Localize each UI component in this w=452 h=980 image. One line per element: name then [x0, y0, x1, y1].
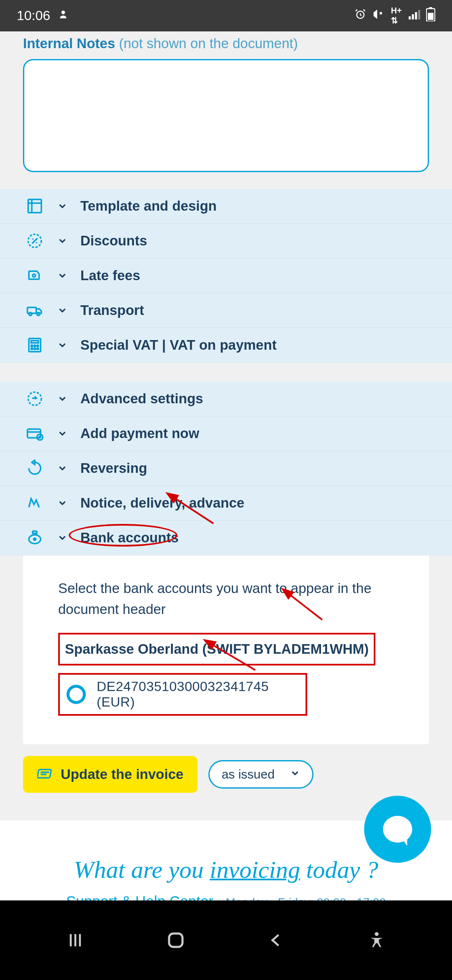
svg-point-19: [37, 345, 39, 347]
bank-accounts-panel: Select the bank accounts you want to app…: [23, 555, 429, 744]
chevron-down-icon: [55, 392, 69, 406]
section-label: Special VAT | VAT on payment: [80, 337, 277, 353]
nav-recents-button[interactable]: [63, 928, 88, 953]
chat-fab-button[interactable]: [364, 796, 431, 863]
bank-name-label: Sparkasse Oberland (SWIFT BYLADEM1WHM): [58, 633, 375, 665]
latefee-icon: [25, 266, 44, 285]
internal-notes-hint: (not shown on the document): [119, 36, 298, 51]
svg-point-37: [375, 932, 378, 936]
section-notice-delivery[interactable]: Notice, delivery, advance: [0, 486, 452, 521]
svg-rect-8: [429, 7, 432, 8]
svg-point-0: [62, 10, 65, 14]
app-indicator-icon: [58, 8, 69, 23]
svg-rect-9: [28, 199, 41, 213]
section-template-design[interactable]: Template and design: [0, 189, 452, 224]
section-special-vat[interactable]: Special VAT | VAT on payment: [0, 328, 452, 363]
chevron-down-icon: [55, 234, 69, 248]
chevron-down-icon: [55, 268, 69, 283]
issued-select[interactable]: as issued: [208, 760, 313, 789]
section-discounts[interactable]: Discounts: [0, 224, 452, 258]
svg-rect-2: [409, 16, 411, 20]
svg-rect-16: [31, 341, 39, 343]
footer-tagline: What are you invoicing today ?: [17, 856, 435, 884]
nav-back-button[interactable]: [264, 928, 289, 953]
section-label: Transport: [80, 302, 144, 318]
bank-instruction-text: Select the bank accounts you want to app…: [58, 578, 408, 619]
status-time: 10:06: [17, 8, 50, 23]
bank-iban-text: DE24703510300032341745 (EUR): [97, 679, 299, 710]
nav-accessibility-button[interactable]: [364, 928, 389, 953]
section-advanced-settings[interactable]: Advanced settings: [0, 382, 452, 416]
section-label: Discounts: [80, 233, 147, 249]
update-button-label: Update the invoice: [61, 766, 183, 782]
svg-point-11: [33, 274, 36, 277]
chevron-down-icon: [290, 767, 300, 781]
svg-rect-27: [33, 531, 37, 533]
payment-icon: [25, 424, 44, 443]
discount-icon: [25, 231, 44, 250]
action-row: Update the invoice as issued: [0, 744, 452, 805]
section-late-fees[interactable]: Late fees: [0, 258, 452, 293]
update-invoice-button[interactable]: Update the invoice: [23, 756, 198, 793]
section-label: Late fees: [80, 268, 140, 284]
notice-icon: [25, 493, 44, 513]
bank-account-option[interactable]: DE24703510300032341745 (EUR): [58, 673, 307, 716]
chat-icon: [383, 816, 412, 843]
internal-notes-input[interactable]: [23, 59, 429, 172]
radio-unchecked-icon[interactable]: [67, 685, 86, 704]
vat-icon: [25, 335, 44, 355]
issued-select-label: as issued: [221, 767, 275, 781]
section-label: Reversing: [80, 460, 147, 476]
svg-rect-7: [428, 13, 434, 20]
accordion-group-2: Advanced settings Add payment now Revers…: [0, 382, 452, 555]
alarm-icon: [354, 8, 367, 24]
svg-rect-36: [169, 934, 182, 947]
section-bank-accounts[interactable]: Bank accounts: [0, 521, 452, 555]
advanced-icon: [25, 389, 44, 408]
bank-icon: [25, 528, 44, 547]
reversing-icon: [25, 459, 44, 478]
svg-rect-3: [412, 14, 414, 20]
section-label: Notice, delivery, advance: [80, 495, 244, 511]
svg-point-21: [34, 348, 36, 350]
section-transport[interactable]: Transport: [0, 293, 452, 328]
chevron-down-icon: [55, 199, 69, 213]
android-nav-bar: [0, 900, 452, 980]
svg-point-18: [34, 345, 36, 347]
vibrate-off-icon: [372, 8, 385, 24]
svg-point-17: [31, 345, 33, 347]
section-label: Advanced settings: [80, 391, 203, 407]
template-icon: [25, 196, 44, 216]
section-reversing[interactable]: Reversing: [0, 451, 452, 486]
signal-icon: [408, 8, 420, 24]
chevron-down-icon: [55, 531, 69, 545]
status-bar: 10:06 H+⇅: [0, 0, 452, 31]
accordion-group-1: Template and design Discounts Late fees …: [0, 189, 452, 363]
chevron-down-icon: [55, 496, 69, 510]
section-label: Bank accounts: [80, 530, 179, 546]
svg-rect-5: [418, 10, 420, 20]
transport-icon: [25, 301, 44, 320]
section-add-payment[interactable]: Add payment now: [0, 416, 452, 451]
chevron-down-icon: [55, 461, 69, 475]
svg-rect-4: [415, 12, 417, 20]
section-label: Add payment now: [80, 426, 199, 441]
internal-notes-label: Internal Notes: [23, 36, 115, 51]
chevron-down-icon: [55, 303, 69, 317]
nav-home-button[interactable]: [163, 928, 188, 953]
battery-icon: [426, 7, 435, 25]
section-label: Template and design: [80, 198, 217, 214]
svg-point-20: [31, 348, 33, 350]
invoice-icon: [37, 766, 54, 783]
chevron-down-icon: [55, 426, 69, 441]
chevron-down-icon: [55, 338, 69, 352]
h-plus-icon: H+⇅: [391, 6, 402, 26]
svg-point-28: [33, 538, 36, 540]
svg-point-22: [37, 348, 39, 350]
internal-notes-header: Internal Notes (not shown on the documen…: [0, 31, 452, 55]
